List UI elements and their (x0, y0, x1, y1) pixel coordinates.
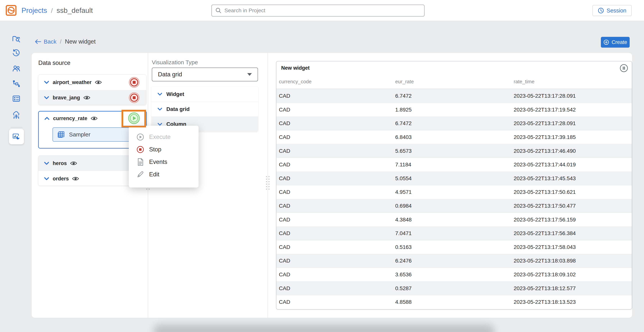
menu-item-events[interactable]: Events (129, 156, 198, 168)
column-header: currency_code (276, 79, 395, 85)
table-cell: 5.6573 (395, 148, 514, 154)
menu-item-label: Edit (149, 171, 159, 178)
sidebar-item-job-flow[interactable] (11, 78, 22, 89)
table-row: CAD7.11842023-05-22T13:17:44.019 (276, 158, 632, 172)
back-label: Back (44, 38, 56, 45)
breadcrumb-separator: / (51, 7, 53, 14)
back-link[interactable]: Back (34, 38, 56, 45)
top-bar: Projects / ssb_default Session (0, 0, 644, 21)
users-icon (12, 64, 21, 73)
sidebar-item-data-sources[interactable] (11, 110, 22, 120)
session-button[interactable]: Session (592, 5, 632, 16)
table-row: CAD3.65362023-05-22T13:18:09.102 (276, 268, 632, 281)
table-cell: 2023-05-22T13:17:39.185 (514, 134, 632, 140)
data-source-item-airport-weather[interactable]: airport_weather (38, 75, 146, 90)
panel-resizer-right[interactable] (265, 176, 270, 190)
table-cell: 2023-05-22T13:17:19.542 (514, 107, 632, 113)
document-icon (136, 158, 144, 166)
eye-icon[interactable] (84, 95, 90, 100)
table-row: CAD4.95712023-05-22T13:17:50.621 (276, 185, 632, 199)
sidebar-divider (10, 127, 22, 127)
table-cell: 0.5287 (395, 285, 514, 291)
sampler-item[interactable]: Sampler (52, 127, 142, 142)
table-cell: CAD (276, 217, 395, 223)
flow-icon (12, 79, 21, 88)
plus-circle-icon (603, 39, 609, 45)
chevron-down-icon (157, 92, 162, 96)
table-cell: CAD (276, 230, 395, 236)
back-arrow-icon (34, 39, 42, 45)
table-cell: 2023-05-22T13:17:58.043 (514, 244, 632, 250)
table-row: CAD5.65732023-05-22T13:17:46.490 (276, 144, 632, 158)
eye-icon[interactable] (70, 161, 77, 166)
ssb-logo-icon (5, 5, 17, 16)
sidebar-item-project-explorer[interactable] (11, 34, 22, 45)
sidebar-item-history[interactable] (11, 48, 22, 59)
layout-grid-icon (12, 94, 21, 103)
table-cell: CAD (276, 107, 395, 113)
visualization-type-select[interactable]: Data grid (152, 68, 258, 81)
chevron-down-icon (247, 73, 252, 76)
menu-item-label: Stop (149, 146, 162, 153)
table-cell: 7.1184 (395, 161, 514, 168)
search-icon (215, 7, 222, 14)
table-cell: CAD (276, 189, 395, 195)
breadcrumb: Projects / ssb_default (22, 0, 93, 21)
table-row: CAD6.84032023-05-22T13:17:39.185 (276, 130, 632, 144)
breadcrumb-projects-link[interactable]: Projects (22, 7, 47, 15)
eye-icon[interactable] (72, 176, 79, 181)
table-row: CAD7.04712023-05-22T13:17:56.384 (276, 226, 632, 240)
chevron-down-icon[interactable] (44, 80, 50, 84)
menu-item-label: Events (149, 158, 167, 165)
stop-job-button[interactable] (128, 77, 140, 88)
table-cell: 4.8588 (395, 299, 514, 305)
search-input[interactable] (224, 8, 424, 14)
data-source-item-label: airport_weather (53, 79, 92, 85)
data-source-title: Data source (38, 60, 70, 66)
app-logo[interactable] (5, 5, 17, 16)
table-cell: CAD (276, 299, 395, 305)
chevron-down-icon[interactable] (44, 161, 50, 165)
sidebar-item-users[interactable] (11, 63, 22, 74)
stop-icon (128, 92, 140, 103)
stop-icon (128, 77, 140, 88)
widget-title: New widget (281, 65, 310, 71)
accordion-section-widget[interactable]: Widget (152, 87, 258, 102)
chevron-down-icon[interactable] (44, 177, 50, 181)
table-body: CAD6.74722023-05-22T13:17:28.091CAD1.892… (276, 89, 632, 309)
table-cell: 2023-05-22T13:18:09.102 (514, 272, 632, 278)
table-row: CAD1.89252023-05-22T13:17:19.542 (276, 103, 632, 117)
table-cell: CAD (276, 203, 395, 209)
eye-icon[interactable] (95, 80, 102, 85)
stop-job-button[interactable] (128, 92, 140, 103)
table-row: CAD5.05542023-05-22T13:17:45.543 (276, 172, 632, 185)
table-cell: CAD (276, 176, 395, 182)
widget-preview-panel: New widget currency_code eur_rate rate_t… (276, 61, 632, 309)
sidebar-item-dashboards-active[interactable] (9, 129, 24, 144)
chevron-down-icon[interactable] (44, 96, 50, 100)
chevron-up-icon[interactable] (44, 116, 50, 120)
table-row: CAD6.24762023-05-22T13:18:03.898 (276, 254, 632, 268)
sidebar-item-tables[interactable] (11, 93, 22, 104)
table-row: CAD4.38482023-05-22T13:17:56.159 (276, 213, 632, 226)
session-button-label: Session (606, 8, 626, 14)
table-cell: 6.8403 (395, 134, 514, 140)
pause-sampling-button[interactable] (620, 64, 628, 73)
menu-item-stop[interactable]: Stop (129, 143, 198, 156)
table-header-row: currency_code eur_rate rate_time (276, 74, 632, 89)
data-source-item-brave-jang[interactable]: brave_jang (38, 90, 146, 105)
table-cell: 0.6984 (395, 203, 514, 209)
table-cell: CAD (276, 258, 395, 264)
annotation-highlight-box (122, 110, 146, 127)
eye-icon[interactable] (91, 116, 98, 121)
table-row: CAD0.52872023-05-22T13:18:12.577 (276, 281, 632, 295)
menu-item-execute[interactable]: Execute (129, 131, 198, 143)
table-cell: 2023-05-22T13:17:56.384 (514, 230, 632, 236)
accordion-section-data-grid[interactable]: Data grid (152, 102, 258, 117)
table-cell: 6.7472 (395, 120, 514, 126)
menu-item-edit[interactable]: Edit (129, 168, 198, 181)
table-row: CAD0.51632023-05-22T13:17:58.043 (276, 240, 632, 254)
table-cell: 5.0554 (395, 176, 514, 182)
create-button[interactable]: Create (601, 37, 630, 48)
table-cell: 2023-05-22T13:17:44.019 (514, 161, 632, 168)
